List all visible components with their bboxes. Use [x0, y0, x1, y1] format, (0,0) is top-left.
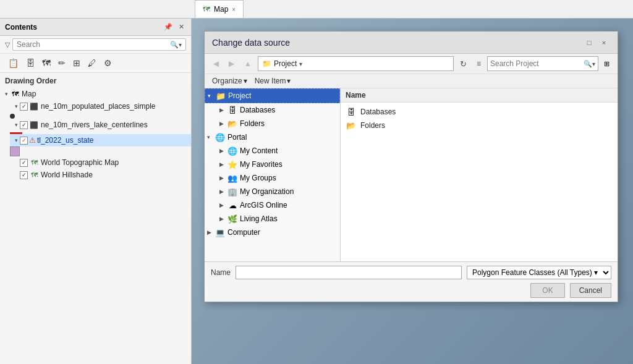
- populated-layer-icon: ⬛: [29, 101, 39, 111]
- mygroups-label: My Groups: [240, 174, 276, 182]
- contents-toolbar: 📋 🗄 🗺 ✏ ⊞ 🖊 ⚙: [0, 54, 191, 73]
- dleft-item-livingatlas[interactable]: ▶ 🌿 Living Atlas: [205, 212, 340, 226]
- warn-icon: ⚠: [29, 136, 36, 145]
- dialog-close-btn[interactable]: ×: [598, 36, 610, 49]
- dleft-item-computer[interactable]: ▶ 💻 Computer: [205, 226, 340, 239]
- dleft-item-folders[interactable]: ▶ 📂 Folders: [205, 117, 340, 130]
- dleft-item-mycontent[interactable]: ▶ 🌐 My Content: [205, 144, 340, 158]
- dleft-item-arcgisonline[interactable]: ▶ ☁ ArcGIS Online: [205, 198, 340, 212]
- topo-layer-icon: 🗺: [29, 158, 39, 167]
- dialog-search-input[interactable]: [490, 59, 584, 68]
- map-tab-close[interactable]: ×: [232, 6, 236, 13]
- arcgisonline-icon: ☁: [227, 200, 238, 210]
- computer-label: Computer: [227, 228, 260, 237]
- map-btn[interactable]: 🗺: [39, 56, 54, 70]
- map-expand-icon: ▾: [2, 91, 10, 97]
- hillshade-checkbox[interactable]: ✓: [20, 171, 28, 179]
- dleft-item-mygroups[interactable]: ▶ 👥 My Groups: [205, 171, 340, 185]
- dright-item-folders[interactable]: 📂 Folders: [341, 119, 618, 132]
- project-expand-icon: ▾: [208, 93, 215, 99]
- nav-up-btn[interactable]: ▲: [240, 57, 255, 70]
- sort-btn[interactable]: ≡: [473, 57, 485, 70]
- dialog-left-panel: ▾ 📁 Project ▶ 🗄 Databases ▶: [205, 88, 341, 261]
- search-dropdown-arrow[interactable]: ▾: [179, 41, 182, 48]
- topo-checkbox[interactable]: ✓: [20, 159, 28, 167]
- organize-label: Organize: [212, 77, 242, 85]
- map-tab[interactable]: 🗺 Map ×: [195, 0, 244, 18]
- databases-expand-icon: ▶: [219, 107, 227, 113]
- organize-btn[interactable]: Organize ▾: [210, 76, 250, 86]
- dialog-minimize-btn[interactable]: □: [583, 36, 595, 49]
- rivers-layer-label: ne_10m_rivers_lake_centerlines: [41, 121, 148, 129]
- populated-expand-icon: ▾: [12, 103, 20, 109]
- layer-view-btn[interactable]: 📋: [5, 56, 22, 70]
- map-layer-label: Map: [22, 90, 36, 98]
- tab-bar: 🗺 Map ×: [0, 0, 633, 19]
- map-tab-icon: 🗺: [203, 5, 210, 14]
- ok-button[interactable]: OK: [530, 283, 564, 298]
- dialog-bottom: Name Polygon Feature Classes (All Types)…: [205, 261, 618, 302]
- nav-back-btn[interactable]: ◀: [210, 57, 223, 70]
- databases-label: Databases: [240, 106, 275, 114]
- computer-icon: 💻: [215, 227, 226, 237]
- contents-panel: Contents 📌 ✕ ▽ 🔍 ▾ 📋 🗄 🗺 ✏ ⊞ 🖊 ⚙ Drawing…: [0, 19, 192, 364]
- name-label: Name: [211, 268, 231, 277]
- settings-btn[interactable]: ⚙: [101, 56, 115, 70]
- dleft-item-myorg[interactable]: ▶ 🏢 My Organization: [205, 185, 340, 198]
- tree-item-topo[interactable]: ✓ 🗺 World Topographic Map: [10, 156, 191, 169]
- databases-icon: 🗄: [227, 105, 238, 115]
- tree-item-state[interactable]: ▾ ✓ ⚠ tl_2022_us_state: [10, 134, 191, 146]
- dleft-item-databases[interactable]: ▶ 🗄 Databases: [205, 103, 340, 117]
- filter-icon: ▽: [5, 41, 10, 49]
- view-btn[interactable]: ⊞: [601, 58, 613, 70]
- label-btn[interactable]: 🖊: [85, 56, 100, 70]
- close-contents-button[interactable]: ✕: [177, 22, 186, 32]
- tree-item-map[interactable]: ▾ 🗺 Map: [0, 88, 191, 100]
- rivers-checkbox[interactable]: ✓: [20, 121, 28, 129]
- tree-item-populated[interactable]: ▾ ✓ ⬛ ne_10m_populated_places_simple: [10, 100, 191, 112]
- arcgisonline-label: ArcGIS Online: [240, 201, 287, 210]
- rivers-expand-icon: ▾: [12, 122, 20, 128]
- populated-checkbox[interactable]: ✓: [20, 103, 28, 111]
- search-bar: ▽ 🔍 ▾: [0, 36, 191, 54]
- mycontent-label: My Content: [240, 146, 278, 155]
- type-dropdown[interactable]: Polygon Feature Classes (All Types) ▾: [467, 266, 611, 279]
- dleft-item-myfavorites[interactable]: ▶ ⭐ My Favorites: [205, 158, 340, 171]
- grid-btn[interactable]: ⊞: [70, 56, 83, 70]
- dright-databases-label: Databases: [360, 108, 396, 116]
- dialog-bottom-row1: Name Polygon Feature Classes (All Types)…: [211, 266, 611, 279]
- edit-btn[interactable]: ✏: [55, 56, 69, 70]
- nav-forward-btn[interactable]: ▶: [225, 57, 238, 70]
- pin-button[interactable]: 📌: [162, 22, 174, 32]
- dleft-item-project[interactable]: ▾ 📁 Project: [205, 88, 340, 103]
- myorg-label: My Organization: [240, 187, 294, 196]
- dialog-content: ▾ 📁 Project ▶ 🗄 Databases ▶: [205, 88, 618, 261]
- search-icon: 🔍: [170, 41, 179, 49]
- search-input[interactable]: [17, 40, 170, 49]
- map-area: Change data source □ × ◀ ▶ ▲ 📁 Project ▾: [192, 19, 633, 364]
- name-input[interactable]: [236, 266, 462, 279]
- dialog-search-dropdown[interactable]: ▾: [592, 61, 595, 67]
- computer-expand-icon: ▶: [207, 229, 215, 235]
- database-btn[interactable]: 🗄: [23, 56, 38, 70]
- state-checkbox[interactable]: ✓: [20, 137, 28, 145]
- dialog-toolbar2: Organize ▾ New Item ▾: [205, 74, 618, 88]
- dright-folders-icon: 📂: [346, 121, 357, 130]
- arcgisonline-expand-icon: ▶: [219, 202, 227, 208]
- contents-title: Contents: [5, 23, 37, 32]
- mycontent-icon: 🌐: [227, 146, 238, 156]
- cancel-button[interactable]: Cancel: [570, 283, 611, 298]
- refresh-btn[interactable]: ↻: [456, 57, 470, 70]
- new-item-btn[interactable]: New Item ▾: [252, 76, 294, 86]
- dleft-item-portal[interactable]: ▾ 🌐 Portal: [205, 130, 340, 144]
- location-dropdown-arrow[interactable]: ▾: [299, 61, 302, 67]
- topo-layer-label: World Topographic Map: [41, 158, 119, 167]
- newitem-label: New Item: [255, 77, 286, 85]
- tree-item-hillshade[interactable]: ✓ 🗺 World Hillshade: [10, 169, 191, 181]
- dright-databases-icon: 🗄: [346, 107, 357, 117]
- mycontent-expand-icon: ▶: [219, 148, 227, 154]
- tree-item-rivers[interactable]: ▾ ✓ ⬛ ne_10m_rivers_lake_centerlines: [10, 119, 191, 131]
- state-expand-icon: ▾: [12, 137, 20, 143]
- folders-expand-icon: ▶: [219, 121, 227, 127]
- dright-item-databases[interactable]: 🗄 Databases: [341, 105, 618, 119]
